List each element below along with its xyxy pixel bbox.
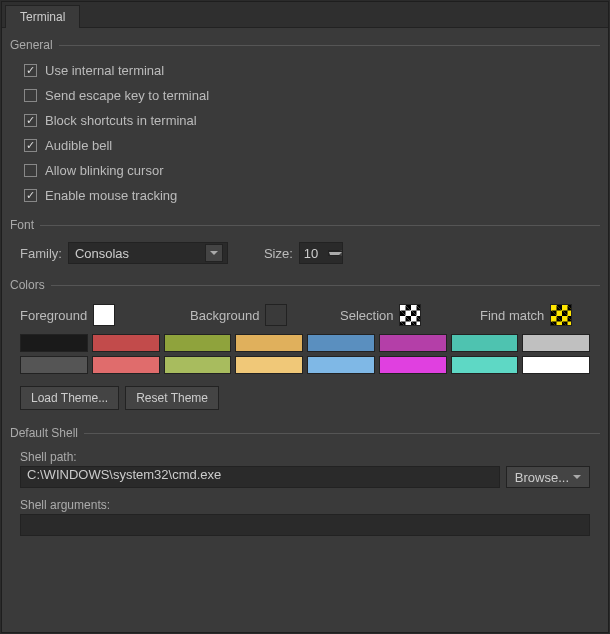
background-swatch[interactable] [265,304,287,326]
palette-color-14[interactable] [451,356,519,374]
checkbox-blinking-cursor[interactable] [24,164,37,177]
font-family-label: Family: [20,246,62,261]
palette-color-11[interactable] [235,356,303,374]
palette-color-8[interactable] [20,356,88,374]
browse-button-label: Browse... [515,470,569,485]
section-general-title: General [10,38,59,52]
color-palette [10,330,600,378]
section-font-title: Font [10,218,40,232]
selection-swatch[interactable] [399,304,421,326]
section-shell: Default Shell Shell path: C:\WINDOWS\sys… [10,426,600,546]
foreground-swatch[interactable] [93,304,115,326]
palette-color-12[interactable] [307,356,375,374]
palette-color-15[interactable] [522,356,590,374]
label-block-shortcuts: Block shortcuts in terminal [45,113,197,128]
shell-path-label: Shell path: [10,446,600,466]
palette-color-5[interactable] [379,334,447,352]
section-colors: Colors Foreground Background Selection F… [10,278,600,416]
stepper-down-icon[interactable] [328,252,342,256]
findmatch-label: Find match [480,308,544,323]
label-blinking-cursor: Allow blinking cursor [45,163,164,178]
checkbox-block-shortcuts[interactable] [24,114,37,127]
font-family-combo[interactable]: Consolas [68,242,228,264]
checkbox-mouse-tracking[interactable] [24,189,37,202]
palette-color-6[interactable] [451,334,519,352]
label-mouse-tracking: Enable mouse tracking [45,188,177,203]
shell-args-label: Shell arguments: [10,494,600,514]
palette-color-9[interactable] [92,356,160,374]
section-shell-title: Default Shell [10,426,84,440]
font-family-value: Consolas [75,246,129,261]
font-size-label: Size: [264,246,293,261]
browse-button[interactable]: Browse... [506,466,590,488]
label-send-escape-key: Send escape key to terminal [45,88,209,103]
tab-terminal[interactable]: Terminal [5,5,80,28]
shell-path-input[interactable]: C:\WINDOWS\system32\cmd.exe [20,466,500,488]
section-general: General Use internal terminal Send escap… [10,38,600,208]
section-colors-title: Colors [10,278,51,292]
section-font: Font Family: Consolas Size: 10 [10,218,600,268]
selection-label: Selection [340,308,393,323]
load-theme-button[interactable]: Load Theme... [20,386,119,410]
font-size-spinbox[interactable]: 10 [299,242,343,264]
chevron-down-icon[interactable] [205,244,223,262]
checkbox-audible-bell[interactable] [24,139,37,152]
palette-color-10[interactable] [164,356,232,374]
background-label: Background [190,308,259,323]
tab-bar: Terminal [2,2,608,28]
font-size-value: 10 [300,246,328,261]
findmatch-swatch[interactable] [550,304,572,326]
foreground-label: Foreground [20,308,87,323]
label-audible-bell: Audible bell [45,138,112,153]
chevron-down-icon [573,475,581,479]
reset-theme-button[interactable]: Reset Theme [125,386,219,410]
palette-color-2[interactable] [164,334,232,352]
palette-color-0[interactable] [20,334,88,352]
palette-color-13[interactable] [379,356,447,374]
shell-args-input[interactable] [20,514,590,536]
checkbox-send-escape-key[interactable] [24,89,37,102]
palette-color-7[interactable] [522,334,590,352]
checkbox-use-internal-terminal[interactable] [24,64,37,77]
palette-color-4[interactable] [307,334,375,352]
palette-color-1[interactable] [92,334,160,352]
palette-color-3[interactable] [235,334,303,352]
label-use-internal-terminal: Use internal terminal [45,63,164,78]
